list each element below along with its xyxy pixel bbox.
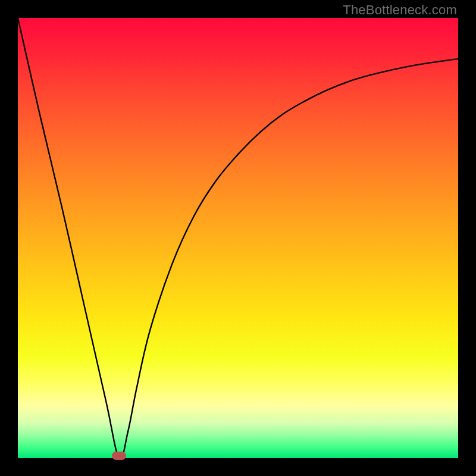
chart-frame: TheBottleneck.com <box>0 0 476 476</box>
watermark-text: TheBottleneck.com <box>343 2 457 18</box>
minimum-marker <box>112 452 126 460</box>
heat-gradient <box>18 18 458 458</box>
svg-rect-0 <box>18 18 458 458</box>
plot-area <box>18 18 458 458</box>
